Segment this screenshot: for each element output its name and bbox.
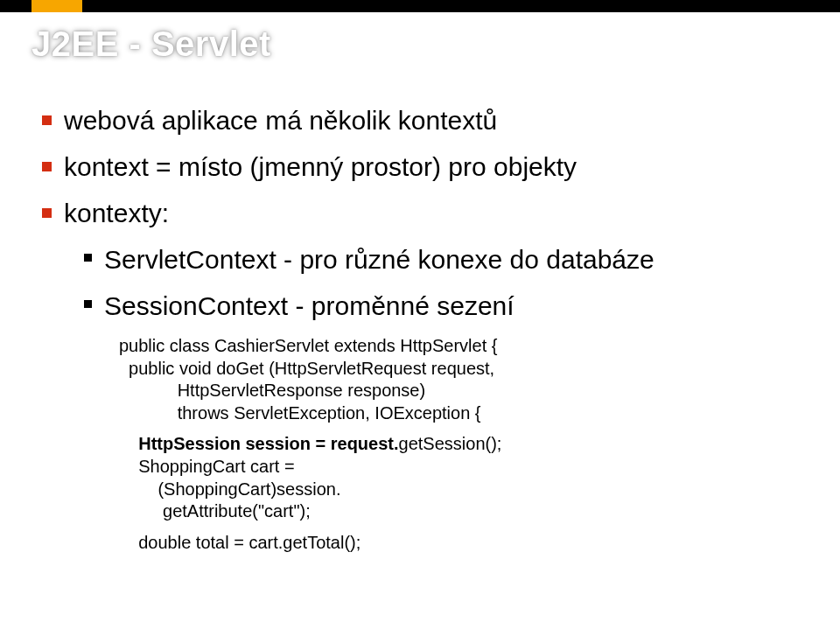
- slide-title: J2EE - Servlet: [32, 24, 271, 64]
- code-line: public void doGet (HttpServletRequest re…: [119, 358, 808, 381]
- top-accent: [32, 0, 82, 12]
- top-bar: [0, 0, 840, 12]
- code-line: getAttribute("cart");: [119, 500, 808, 523]
- bullet-item: SessionContext - proměnné sezení: [84, 289, 808, 323]
- bullet-text: kontext = místo (jmenný prostor) pro obj…: [64, 150, 577, 184]
- code-line: (ShoppingCart)session.: [119, 479, 808, 501]
- code-block: public class CashierServlet extends Http…: [119, 335, 808, 554]
- code-text: getSession();: [399, 434, 502, 453]
- bullet-icon: [42, 208, 52, 218]
- code-spacer: [119, 523, 808, 532]
- bullet-item: webová aplikace má několik kontextů: [42, 103, 808, 137]
- bullet-text: SessionContext - proměnné sezení: [104, 289, 514, 323]
- code-line: double total = cart.getTotal();: [119, 532, 808, 555]
- content-area: webová aplikace má několik kontextů kont…: [32, 103, 808, 554]
- bullet-icon: [84, 300, 92, 308]
- bullet-item: ServletContext - pro různé konexe do dat…: [84, 242, 808, 276]
- bullet-icon: [84, 254, 92, 262]
- code-line: ShoppingCart cart =: [119, 456, 808, 479]
- bullet-icon: [42, 162, 52, 171]
- bullet-text: kontexty:: [64, 196, 169, 230]
- code-line: throws ServletException, IOException {: [119, 402, 808, 425]
- bullet-item: kontexty:: [42, 196, 808, 230]
- bullet-text: webová aplikace má několik kontextů: [64, 103, 497, 137]
- slide: J2EE - Servlet webová aplikace má několi…: [0, 0, 840, 629]
- code-spacer: [119, 424, 808, 433]
- code-bold: HttpSession session = request.: [138, 434, 398, 453]
- code-line: HttpServletResponse response): [119, 380, 808, 402]
- bullet-item: kontext = místo (jmenný prostor) pro obj…: [42, 150, 808, 184]
- bullet-text: ServletContext - pro různé konexe do dat…: [104, 242, 654, 276]
- code-line: HttpSession session = request.getSession…: [119, 433, 808, 456]
- code-indent: [119, 434, 138, 453]
- code-line: public class CashierServlet extends Http…: [119, 335, 808, 358]
- bullet-icon: [42, 115, 52, 125]
